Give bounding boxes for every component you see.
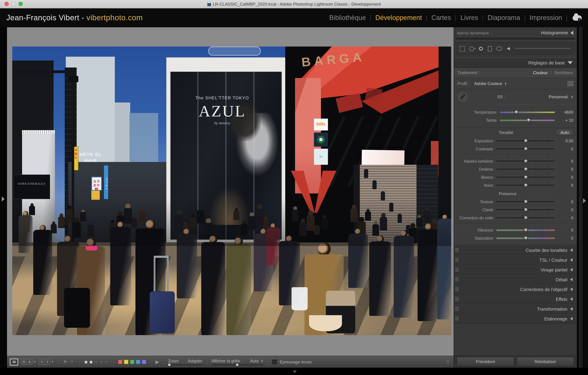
color-label-5[interactable]: [142, 360, 146, 364]
tone-0-knob[interactable]: [524, 139, 528, 142]
auto-tone-button[interactable]: Auto: [556, 130, 573, 135]
presence-4-value[interactable]: 0: [558, 236, 573, 240]
before-after-view-button[interactable]: YY: [39, 359, 50, 365]
tone-5-slider[interactable]: [496, 184, 555, 186]
tone-1-value[interactable]: 0: [558, 147, 573, 151]
panel-toggle[interactable]: [455, 307, 459, 311]
profile-browser-icon[interactable]: [568, 81, 573, 86]
close-button[interactable]: [5, 2, 9, 6]
soft-proofing-label[interactable]: Epreuvage écran: [280, 359, 312, 364]
treatment-bw-option[interactable]: Noir/blanc: [554, 70, 573, 75]
spot-removal-icon[interactable]: [469, 46, 474, 51]
tone-2-knob[interactable]: [524, 159, 528, 163]
panel-toggle[interactable]: [455, 268, 459, 272]
module-diaporama[interactable]: Diaporama: [488, 14, 520, 22]
right-panel-edge[interactable]: [577, 27, 588, 368]
hide-right-panel-arrow-icon[interactable]: [583, 198, 586, 203]
star-4[interactable]: ★: [99, 359, 104, 365]
tone-1-slider[interactable]: [496, 148, 555, 150]
color-label-4[interactable]: [136, 360, 140, 364]
panel-toggle[interactable]: [455, 287, 459, 291]
panel-tsl---couleur[interactable]: TSL / Couleur: [454, 255, 577, 265]
presence-2-value[interactable]: 0: [558, 216, 573, 220]
panel-corrections-de-l-objectif[interactable]: Corrections de l'objectif: [454, 284, 577, 294]
pick-flag-icon[interactable]: ⚑: [63, 359, 67, 364]
zoom-button[interactable]: [19, 2, 23, 6]
temperature-value[interactable]: 4600: [558, 110, 573, 114]
histogram-panel-header[interactable]: Histogramme: [541, 30, 573, 35]
star-5[interactable]: ★: [104, 359, 109, 365]
module-cartes[interactable]: Cartes: [431, 14, 451, 22]
treatment-color-option[interactable]: Couleur: [533, 70, 548, 75]
panel-d-tail[interactable]: Détail: [454, 275, 577, 284]
panel-transformation[interactable]: Transformation: [454, 304, 577, 314]
panel-etalonnage[interactable]: Etalonnage: [454, 314, 577, 324]
module-bibliothque[interactable]: Bibliothèque: [329, 14, 366, 22]
tone-5-value[interactable]: 0: [558, 183, 573, 187]
toolbar-options-icon[interactable]: ▽: [446, 360, 449, 364]
reject-flag-icon[interactable]: ⚑: [70, 359, 74, 364]
presence-3-value[interactable]: 0: [558, 228, 573, 232]
tone-0-slider[interactable]: [496, 140, 555, 142]
identity-site[interactable]: vibertphoto.com: [86, 13, 143, 22]
color-label-3[interactable]: [130, 360, 134, 364]
star-3[interactable]: ★: [94, 359, 99, 365]
panel-toggle[interactable]: [455, 258, 459, 262]
wb-eyedropper-icon[interactable]: [457, 92, 468, 102]
tone-3-slider[interactable]: [496, 168, 555, 170]
presence-0-slider[interactable]: [496, 201, 555, 202]
impromptu-slideshow-icon[interactable]: ▶: [155, 359, 159, 365]
basic-panel-header[interactable]: Réglages de base: [454, 58, 577, 68]
panel-virage-partiel[interactable]: Virage partiel: [454, 265, 577, 275]
temperature-knob[interactable]: [514, 110, 518, 114]
tone-4-value[interactable]: 0: [558, 175, 573, 179]
reset-button[interactable]: Réinitialiser: [517, 357, 574, 366]
color-label-1[interactable]: [118, 360, 123, 364]
tone-2-value[interactable]: 0: [558, 159, 573, 163]
filmstrip-strip[interactable]: [0, 368, 588, 375]
presence-2-slider[interactable]: [496, 217, 555, 218]
panel-effets[interactable]: Effets: [454, 294, 577, 304]
tone-3-value[interactable]: 0: [558, 167, 573, 171]
show-left-panel-arrow-icon[interactable]: [2, 197, 5, 202]
adjustment-brush-icon[interactable]: [506, 47, 510, 50]
reference-view-button[interactable]: RA: [21, 359, 32, 365]
tone-4-knob[interactable]: [524, 175, 528, 179]
temperature-slider[interactable]: [500, 111, 555, 113]
show-filmstrip-arrow-icon[interactable]: [293, 370, 297, 373]
radial-filter-icon[interactable]: [496, 47, 502, 51]
module-dveloppement[interactable]: Développement: [375, 14, 422, 22]
presence-0-knob[interactable]: [524, 200, 528, 203]
module-impression[interactable]: Impression: [530, 14, 562, 22]
presence-1-value[interactable]: 0: [558, 208, 573, 212]
left-panel-strip[interactable]: [0, 27, 7, 368]
presence-3-slider[interactable]: [496, 229, 555, 231]
presence-1-slider[interactable]: [496, 209, 555, 210]
tone-2-slider[interactable]: [496, 160, 555, 162]
star-1[interactable]: ★: [84, 359, 89, 365]
chevron-down-icon[interactable]: ▼: [33, 360, 36, 364]
tone-0-value[interactable]: 0,00: [558, 139, 573, 143]
grid-mode-select[interactable]: Auto▲▼: [250, 358, 263, 363]
panel-toggle[interactable]: [455, 248, 459, 252]
tint-knob[interactable]: [526, 118, 530, 122]
wb-select[interactable]: Personnal.▲▼: [549, 94, 573, 99]
soft-proofing-checkbox[interactable]: [272, 360, 277, 364]
presence-1-knob[interactable]: [524, 208, 528, 212]
panel-scrollbar[interactable]: [579, 27, 582, 368]
presence-3-knob[interactable]: [524, 228, 528, 232]
sync-cloud-icon[interactable]: [573, 15, 582, 20]
tone-5-knob[interactable]: [524, 183, 528, 187]
star-rating[interactable]: ★★★★★: [84, 359, 109, 365]
panel-toggle[interactable]: [455, 277, 459, 281]
tone-1-knob[interactable]: [524, 147, 528, 151]
chevron-down-icon[interactable]: ▼: [51, 360, 54, 364]
tone-4-slider[interactable]: [496, 176, 555, 178]
minimize-button[interactable]: [11, 2, 16, 6]
module-livres[interactable]: Livres: [461, 14, 478, 22]
crop-overlay-icon[interactable]: [460, 46, 465, 51]
grid-size-slider[interactable]: [211, 364, 263, 365]
panel-courbe-des-tonalit-s[interactable]: Courbe des tonalités: [454, 245, 577, 255]
zoom-slider[interactable]: [168, 364, 202, 365]
loupe-view-button[interactable]: [10, 358, 18, 365]
